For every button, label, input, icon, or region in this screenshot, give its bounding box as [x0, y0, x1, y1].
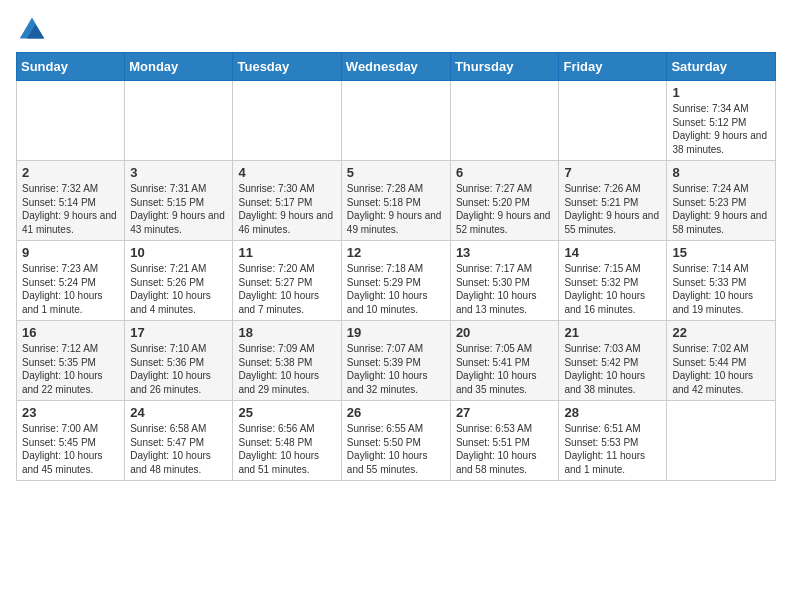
day-number: 9	[22, 245, 119, 260]
day-number: 16	[22, 325, 119, 340]
day-info: Sunrise: 7:21 AM Sunset: 5:26 PM Dayligh…	[130, 262, 227, 316]
day-info: Sunrise: 7:24 AM Sunset: 5:23 PM Dayligh…	[672, 182, 770, 236]
main-container: SundayMondayTuesdayWednesdayThursdayFrid…	[0, 0, 792, 491]
day-info: Sunrise: 6:51 AM Sunset: 5:53 PM Dayligh…	[564, 422, 661, 476]
day-info: Sunrise: 7:09 AM Sunset: 5:38 PM Dayligh…	[238, 342, 335, 396]
day-info: Sunrise: 7:20 AM Sunset: 5:27 PM Dayligh…	[238, 262, 335, 316]
day-cell: 18Sunrise: 7:09 AM Sunset: 5:38 PM Dayli…	[233, 321, 341, 401]
day-info: Sunrise: 7:03 AM Sunset: 5:42 PM Dayligh…	[564, 342, 661, 396]
day-number: 11	[238, 245, 335, 260]
weekday-header-sunday: Sunday	[17, 53, 125, 81]
day-cell: 7Sunrise: 7:26 AM Sunset: 5:21 PM Daylig…	[559, 161, 667, 241]
day-info: Sunrise: 7:31 AM Sunset: 5:15 PM Dayligh…	[130, 182, 227, 236]
day-cell: 24Sunrise: 6:58 AM Sunset: 5:47 PM Dayli…	[125, 401, 233, 481]
day-number: 26	[347, 405, 445, 420]
day-cell: 8Sunrise: 7:24 AM Sunset: 5:23 PM Daylig…	[667, 161, 776, 241]
day-cell: 1Sunrise: 7:34 AM Sunset: 5:12 PM Daylig…	[667, 81, 776, 161]
day-info: Sunrise: 7:14 AM Sunset: 5:33 PM Dayligh…	[672, 262, 770, 316]
day-number: 6	[456, 165, 554, 180]
day-info: Sunrise: 7:18 AM Sunset: 5:29 PM Dayligh…	[347, 262, 445, 316]
day-info: Sunrise: 7:12 AM Sunset: 5:35 PM Dayligh…	[22, 342, 119, 396]
day-info: Sunrise: 7:27 AM Sunset: 5:20 PM Dayligh…	[456, 182, 554, 236]
day-info: Sunrise: 7:17 AM Sunset: 5:30 PM Dayligh…	[456, 262, 554, 316]
day-number: 14	[564, 245, 661, 260]
day-info: Sunrise: 7:02 AM Sunset: 5:44 PM Dayligh…	[672, 342, 770, 396]
day-cell: 22Sunrise: 7:02 AM Sunset: 5:44 PM Dayli…	[667, 321, 776, 401]
day-number: 23	[22, 405, 119, 420]
day-number: 7	[564, 165, 661, 180]
day-cell: 20Sunrise: 7:05 AM Sunset: 5:41 PM Dayli…	[450, 321, 559, 401]
day-cell	[341, 81, 450, 161]
day-cell: 10Sunrise: 7:21 AM Sunset: 5:26 PM Dayli…	[125, 241, 233, 321]
day-info: Sunrise: 7:28 AM Sunset: 5:18 PM Dayligh…	[347, 182, 445, 236]
day-cell: 4Sunrise: 7:30 AM Sunset: 5:17 PM Daylig…	[233, 161, 341, 241]
day-info: Sunrise: 7:26 AM Sunset: 5:21 PM Dayligh…	[564, 182, 661, 236]
day-info: Sunrise: 7:32 AM Sunset: 5:14 PM Dayligh…	[22, 182, 119, 236]
day-cell	[233, 81, 341, 161]
day-number: 19	[347, 325, 445, 340]
weekday-header-thursday: Thursday	[450, 53, 559, 81]
day-number: 12	[347, 245, 445, 260]
day-cell: 13Sunrise: 7:17 AM Sunset: 5:30 PM Dayli…	[450, 241, 559, 321]
weekday-header-row: SundayMondayTuesdayWednesdayThursdayFrid…	[17, 53, 776, 81]
week-row-3: 9Sunrise: 7:23 AM Sunset: 5:24 PM Daylig…	[17, 241, 776, 321]
day-info: Sunrise: 7:23 AM Sunset: 5:24 PM Dayligh…	[22, 262, 119, 316]
week-row-2: 2Sunrise: 7:32 AM Sunset: 5:14 PM Daylig…	[17, 161, 776, 241]
day-number: 4	[238, 165, 335, 180]
day-number: 1	[672, 85, 770, 100]
day-number: 25	[238, 405, 335, 420]
day-cell: 17Sunrise: 7:10 AM Sunset: 5:36 PM Dayli…	[125, 321, 233, 401]
day-info: Sunrise: 7:30 AM Sunset: 5:17 PM Dayligh…	[238, 182, 335, 236]
day-cell: 12Sunrise: 7:18 AM Sunset: 5:29 PM Dayli…	[341, 241, 450, 321]
day-number: 2	[22, 165, 119, 180]
weekday-header-saturday: Saturday	[667, 53, 776, 81]
day-cell: 6Sunrise: 7:27 AM Sunset: 5:20 PM Daylig…	[450, 161, 559, 241]
day-cell: 21Sunrise: 7:03 AM Sunset: 5:42 PM Dayli…	[559, 321, 667, 401]
day-cell: 3Sunrise: 7:31 AM Sunset: 5:15 PM Daylig…	[125, 161, 233, 241]
logo-icon	[18, 14, 46, 42]
day-cell: 11Sunrise: 7:20 AM Sunset: 5:27 PM Dayli…	[233, 241, 341, 321]
week-row-1: 1Sunrise: 7:34 AM Sunset: 5:12 PM Daylig…	[17, 81, 776, 161]
day-number: 8	[672, 165, 770, 180]
day-number: 22	[672, 325, 770, 340]
day-number: 27	[456, 405, 554, 420]
day-info: Sunrise: 7:07 AM Sunset: 5:39 PM Dayligh…	[347, 342, 445, 396]
day-info: Sunrise: 7:10 AM Sunset: 5:36 PM Dayligh…	[130, 342, 227, 396]
day-number: 3	[130, 165, 227, 180]
logo	[16, 16, 46, 42]
weekday-header-monday: Monday	[125, 53, 233, 81]
day-info: Sunrise: 7:34 AM Sunset: 5:12 PM Dayligh…	[672, 102, 770, 156]
weekday-header-friday: Friday	[559, 53, 667, 81]
day-info: Sunrise: 6:58 AM Sunset: 5:47 PM Dayligh…	[130, 422, 227, 476]
header	[16, 16, 776, 42]
day-info: Sunrise: 6:55 AM Sunset: 5:50 PM Dayligh…	[347, 422, 445, 476]
day-cell: 26Sunrise: 6:55 AM Sunset: 5:50 PM Dayli…	[341, 401, 450, 481]
day-info: Sunrise: 6:53 AM Sunset: 5:51 PM Dayligh…	[456, 422, 554, 476]
day-number: 13	[456, 245, 554, 260]
day-number: 28	[564, 405, 661, 420]
weekday-header-tuesday: Tuesday	[233, 53, 341, 81]
day-info: Sunrise: 6:56 AM Sunset: 5:48 PM Dayligh…	[238, 422, 335, 476]
calendar-table: SundayMondayTuesdayWednesdayThursdayFrid…	[16, 52, 776, 481]
day-cell: 15Sunrise: 7:14 AM Sunset: 5:33 PM Dayli…	[667, 241, 776, 321]
day-cell: 28Sunrise: 6:51 AM Sunset: 5:53 PM Dayli…	[559, 401, 667, 481]
day-cell	[125, 81, 233, 161]
day-number: 18	[238, 325, 335, 340]
day-cell: 16Sunrise: 7:12 AM Sunset: 5:35 PM Dayli…	[17, 321, 125, 401]
day-number: 17	[130, 325, 227, 340]
day-number: 24	[130, 405, 227, 420]
day-cell	[450, 81, 559, 161]
day-info: Sunrise: 7:00 AM Sunset: 5:45 PM Dayligh…	[22, 422, 119, 476]
day-number: 15	[672, 245, 770, 260]
day-info: Sunrise: 7:05 AM Sunset: 5:41 PM Dayligh…	[456, 342, 554, 396]
day-number: 10	[130, 245, 227, 260]
day-cell: 9Sunrise: 7:23 AM Sunset: 5:24 PM Daylig…	[17, 241, 125, 321]
weekday-header-wednesday: Wednesday	[341, 53, 450, 81]
day-cell	[17, 81, 125, 161]
week-row-5: 23Sunrise: 7:00 AM Sunset: 5:45 PM Dayli…	[17, 401, 776, 481]
day-cell	[559, 81, 667, 161]
day-cell: 2Sunrise: 7:32 AM Sunset: 5:14 PM Daylig…	[17, 161, 125, 241]
day-cell	[667, 401, 776, 481]
day-number: 21	[564, 325, 661, 340]
day-cell: 25Sunrise: 6:56 AM Sunset: 5:48 PM Dayli…	[233, 401, 341, 481]
